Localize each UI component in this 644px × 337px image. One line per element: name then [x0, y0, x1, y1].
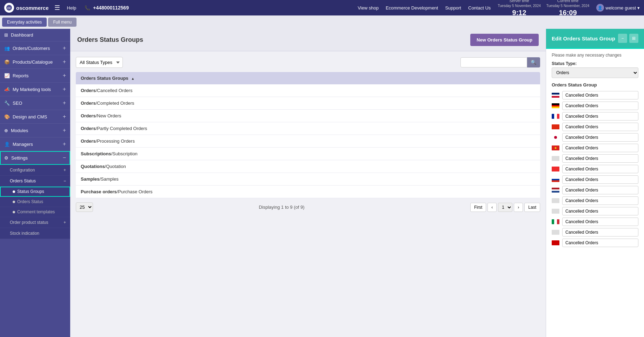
- orders-status-sub-label: Orders Status: [17, 199, 43, 204]
- sidebar-item-settings[interactable]: ⚙ Settings −: [0, 151, 70, 165]
- table-row[interactable]: Quotations/Quotation: [76, 160, 540, 173]
- status-type-select[interactable]: Orders: [552, 67, 638, 78]
- configuration-plus-icon: +: [64, 168, 66, 173]
- last-page-button[interactable]: Last: [524, 203, 540, 212]
- language-input-2[interactable]: [562, 112, 638, 121]
- first-page-button[interactable]: First: [470, 203, 486, 212]
- sidebar-item-dashboard[interactable]: ⊞ Dashboard: [0, 29, 70, 41]
- right-panel-subtitle: Please make any necessary changes: [552, 53, 638, 58]
- managers-icon: 👤: [4, 142, 10, 147]
- order-product-status-label: Order product status: [10, 220, 48, 225]
- language-input-5[interactable]: [562, 144, 638, 152]
- logo-text: oscommerce: [16, 5, 49, 11]
- language-input-10[interactable]: [562, 196, 638, 205]
- settings-minus-icon: −: [63, 155, 66, 161]
- right-panel-body: Please make any necessary changes Status…: [546, 48, 644, 254]
- language-input-11[interactable]: [562, 207, 638, 215]
- language-input-0[interactable]: [562, 91, 638, 99]
- orders-plus-icon: +: [63, 45, 66, 51]
- right-panel-minimize-button[interactable]: −: [618, 34, 627, 43]
- sidebar-sub-orders-status[interactable]: Orders Status −: [0, 176, 70, 187]
- flag-icon-5: [552, 145, 559, 150]
- language-row: [552, 175, 638, 184]
- view-shop-link[interactable]: View shop: [358, 5, 379, 11]
- language-input-4[interactable]: [562, 133, 638, 142]
- language-row: [552, 102, 638, 110]
- language-input-12[interactable]: [562, 218, 638, 226]
- sidebar-item-marketing[interactable]: 📣 My Marketing tools +: [0, 83, 70, 96]
- flag-icon-3: [552, 124, 559, 129]
- flag-icon-8: [552, 177, 559, 182]
- flag-icon-14: [552, 240, 559, 245]
- support-link[interactable]: Support: [445, 5, 461, 11]
- language-input-1[interactable]: [562, 102, 638, 110]
- modules-plus-icon: +: [63, 127, 66, 134]
- sidebar-item-products[interactable]: 📦 Products/Catalogue +: [0, 55, 70, 69]
- logo[interactable]: oc oscommerce: [4, 3, 49, 13]
- right-panel-expand-button[interactable]: ⊞: [629, 34, 638, 43]
- status-type-filter[interactable]: All Status Types: [76, 57, 123, 68]
- full-menu-btn[interactable]: Full menu: [48, 18, 77, 27]
- hamburger-icon[interactable]: ☰: [54, 4, 60, 12]
- row-type: Orders: [81, 126, 96, 131]
- row-type: Subscriptions: [81, 151, 111, 156]
- table-row[interactable]: Orders/Processing Orders: [76, 135, 540, 148]
- search-input[interactable]: [460, 57, 527, 67]
- prev-page-button[interactable]: ‹: [487, 203, 497, 212]
- seo-plus-icon: +: [63, 100, 66, 106]
- sidebar-sub-order-product-status[interactable]: Order product status +: [0, 217, 70, 228]
- language-row: [552, 218, 638, 226]
- sidebar-item-reports[interactable]: 📈 Reports +: [0, 69, 70, 83]
- language-row: [552, 91, 638, 99]
- contact-us-link[interactable]: Contact Us: [468, 5, 491, 11]
- orders-status-label: Orders Status: [10, 179, 36, 183]
- sidebar-item-design[interactable]: 🎨 Design and CMS +: [0, 110, 70, 124]
- sidebar-item-modules[interactable]: ⊕ Modules +: [0, 124, 70, 137]
- table-row[interactable]: Orders/New Orders: [76, 110, 540, 122]
- per-page-select[interactable]: 25: [76, 202, 93, 212]
- sidebar-sub-configuration[interactable]: Configuration +: [0, 165, 70, 176]
- phone-number: +448000112569: [93, 5, 129, 11]
- table-row[interactable]: Orders/Completed Orders: [76, 97, 540, 110]
- sidebar-sub-orders-status-sub[interactable]: Orders Status: [0, 197, 70, 207]
- language-row: [552, 112, 638, 121]
- ecommerce-dev-link[interactable]: Ecommerce Development: [386, 5, 438, 11]
- sidebar-item-orders[interactable]: 👥 Orders/Customers +: [0, 41, 70, 55]
- next-page-button[interactable]: ›: [514, 203, 523, 212]
- language-input-3[interactable]: [562, 123, 638, 131]
- language-input-8[interactable]: [562, 175, 638, 184]
- row-type: Quotations: [81, 164, 105, 169]
- sidebar-item-managers[interactable]: 👤 Managers +: [0, 137, 70, 151]
- sub-nav: Everyday activities Full menu: [0, 15, 644, 29]
- sidebar-sub-comment-templates[interactable]: Comment templates: [0, 207, 70, 217]
- user-menu[interactable]: 👤 welcome guest ▾: [596, 4, 640, 12]
- language-input-7[interactable]: [562, 165, 638, 173]
- user-avatar: 👤: [596, 4, 604, 12]
- sidebar-sub-stock-indication[interactable]: Stock indication: [0, 228, 70, 239]
- language-input-13[interactable]: [562, 228, 638, 236]
- modules-icon: ⊕: [4, 128, 8, 133]
- everyday-activities-btn[interactable]: Everyday activities: [2, 18, 47, 27]
- table-row[interactable]: Orders/Cancelled Orders: [76, 84, 540, 97]
- table-row[interactable]: Subscriptions/Subscription: [76, 148, 540, 160]
- table-row[interactable]: Orders/Partly Completed Orders: [76, 122, 540, 135]
- table-row[interactable]: Samples/Samples: [76, 173, 540, 186]
- help-link[interactable]: Help: [67, 5, 77, 11]
- settings-submenu: Configuration + Orders Status − Status G…: [0, 165, 70, 239]
- new-orders-status-group-button[interactable]: New Orders Status Group: [470, 34, 539, 46]
- svg-text:oc: oc: [7, 6, 11, 10]
- language-input-14[interactable]: [562, 239, 638, 247]
- configuration-label: Configuration: [10, 168, 35, 173]
- sidebar-label-settings: Settings: [11, 155, 28, 161]
- server-time-date: Tuesday 5 November, 2024: [498, 4, 540, 8]
- search-button[interactable]: 🔍: [527, 57, 540, 67]
- table-row[interactable]: Purchase orders/Purchase Orders: [76, 186, 540, 198]
- language-input-6[interactable]: [562, 154, 638, 163]
- sidebar-item-seo[interactable]: 🔧 SEO +: [0, 96, 70, 110]
- status-type-label: Status Type:: [552, 61, 638, 66]
- page-number-select[interactable]: 1: [498, 203, 512, 212]
- language-row: [552, 165, 638, 173]
- sidebar-sub-status-groups[interactable]: Status Groups: [0, 187, 70, 197]
- sidebar-label-seo: SEO: [13, 101, 22, 106]
- language-input-9[interactable]: [562, 186, 638, 194]
